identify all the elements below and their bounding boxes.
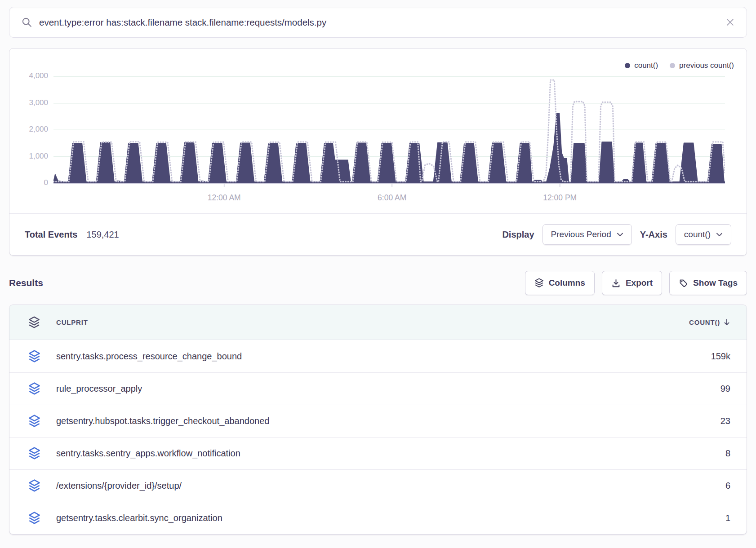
culprit-cell[interactable]: sentry.tasks.process_resource_change_bou… [56, 351, 242, 362]
stack-icon[interactable] [28, 447, 40, 460]
y-axis-tick-label: 1,000 [14, 152, 48, 161]
results-table: CULPRIT COUNT() sentry.tasks.process_res… [9, 305, 747, 535]
total-events-label: Total Events [25, 230, 77, 240]
culprit-cell[interactable]: sentry.tasks.sentry_apps.workflow_notifi… [56, 448, 240, 459]
count-cell: 99 [720, 384, 730, 394]
culprit-cell[interactable]: getsentry.hubspot.tasks.trigger_checkout… [56, 416, 269, 426]
y-axis-tick-label: 0 [14, 178, 48, 187]
table-row: sentry.tasks.sentry_apps.workflow_notifi… [9, 437, 747, 469]
display-select-value: Previous Period [551, 230, 611, 239]
count-cell: 23 [720, 416, 730, 426]
culprit-cell[interactable]: getsentry.tasks.clearbit.sync_organizati… [56, 513, 222, 523]
tag-icon [679, 278, 688, 288]
events-chart [53, 66, 725, 189]
stack-icon[interactable] [28, 382, 40, 395]
table-row: /extensions/{provider_id}/setup/6 [9, 469, 747, 502]
total-events-value: 159,421 [86, 230, 119, 240]
table-body: sentry.tasks.process_resource_change_bou… [9, 340, 747, 534]
y-axis-tick-label: 3,000 [14, 98, 48, 107]
show-tags-button[interactable]: Show Tags [669, 271, 747, 295]
column-header-culprit[interactable]: CULPRIT [56, 318, 88, 326]
stack-icon[interactable] [28, 350, 40, 363]
table-row: getsentry.hubspot.tasks.trigger_checkout… [9, 405, 747, 437]
count-cell: 8 [725, 448, 730, 459]
y-axis-tick-label: 4,000 [14, 71, 48, 80]
display-select[interactable]: Previous Period [543, 224, 632, 245]
search-icon [21, 17, 32, 28]
export-button[interactable]: Export [602, 271, 662, 295]
events-chart-panel: count() previous count() 01,0002,0003,00… [9, 48, 747, 256]
columns-icon [534, 278, 544, 288]
chevron-down-icon [617, 232, 623, 237]
chart-footer: Total Events 159,421 Display Previous Pe… [9, 213, 747, 255]
export-icon [611, 278, 621, 288]
results-header: Results Columns Export [9, 270, 747, 296]
stack-icon[interactable] [28, 415, 40, 428]
yaxis-select-value: count() [684, 230, 711, 239]
yaxis-select[interactable]: count() [676, 224, 731, 245]
export-button-label: Export [626, 278, 653, 288]
x-axis-tick-label: 12:00 AM [191, 193, 258, 203]
x-axis-tick-label: 12:00 PM [526, 193, 594, 203]
close-icon[interactable] [725, 18, 735, 27]
show-tags-button-label: Show Tags [693, 278, 738, 288]
table-row: sentry.tasks.process_resource_change_bou… [9, 340, 747, 372]
chevron-down-icon [716, 232, 723, 237]
count-cell: 6 [725, 481, 730, 491]
yaxis-label: Y-Axis [640, 230, 667, 240]
search-bar[interactable]: event.type:error has:stack.filename stac… [9, 7, 747, 38]
columns-button-label: Columns [549, 278, 585, 288]
y-axis-tick-label: 2,000 [14, 125, 48, 134]
column-header-count[interactable]: COUNT() [689, 318, 730, 326]
count-cell: 1 [725, 513, 730, 523]
columns-button[interactable]: Columns [525, 271, 595, 295]
table-header-row: CULPRIT COUNT() [9, 305, 747, 340]
x-axis-tick-label: 6:00 AM [358, 193, 426, 203]
stack-header-icon [28, 316, 40, 329]
search-input[interactable]: event.type:error has:stack.filename stac… [39, 17, 725, 28]
display-label: Display [502, 230, 534, 240]
stack-icon[interactable] [28, 479, 40, 492]
column-header-count-label: COUNT() [689, 318, 720, 326]
sort-desc-icon [723, 318, 730, 326]
culprit-cell[interactable]: /extensions/{provider_id}/setup/ [56, 481, 182, 491]
table-row: getsentry.tasks.clearbit.sync_organizati… [9, 502, 747, 534]
table-row: rule_processor_apply99 [9, 372, 747, 405]
count-cell: 159k [711, 351, 730, 362]
page-title: Results [9, 278, 43, 288]
stack-icon[interactable] [28, 512, 40, 525]
culprit-cell[interactable]: rule_processor_apply [56, 384, 142, 394]
